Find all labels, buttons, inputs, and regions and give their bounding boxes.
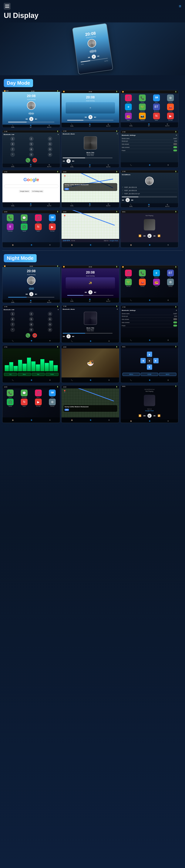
numpad-0[interactable]: 0 bbox=[29, 152, 34, 157]
nav-ctrl-1[interactable]: MENU bbox=[123, 373, 140, 376]
viz-btn-2[interactable]: Bass bbox=[18, 373, 31, 376]
app-telegram[interactable]: ✈ Telegram bbox=[122, 103, 135, 112]
nmp1-prev[interactable]: ⏮ bbox=[25, 293, 28, 296]
nav-ctrl-2[interactable]: HOME bbox=[141, 373, 158, 376]
cp-netflix[interactable]: N Netflix bbox=[32, 223, 45, 232]
n-np-repeat[interactable]: 🔁 bbox=[158, 414, 160, 417]
app-carplay[interactable]: 🚗 CarPlay bbox=[164, 103, 177, 112]
numpad-6[interactable]: 6 bbox=[48, 142, 52, 146]
go-button[interactable]: GO bbox=[64, 188, 69, 190]
n-np-prev[interactable]: ⏮ bbox=[143, 414, 146, 417]
n-numpad-2[interactable]: 2 bbox=[29, 312, 34, 316]
n-dock-dial-2[interactable]: 📞DIAL bbox=[70, 299, 74, 302]
hero-prev-btn[interactable]: ⏮ bbox=[87, 56, 90, 59]
nmp2-play[interactable]: ⏸ bbox=[88, 290, 92, 294]
n-app-carplay[interactable]: 🚗 CarPlay bbox=[136, 279, 149, 287]
viz-btn-1[interactable]: EQ bbox=[4, 373, 17, 376]
mp2-play[interactable]: ⏸ bbox=[88, 115, 92, 119]
viz-btn-3[interactable]: Mid bbox=[32, 373, 45, 376]
dock-dial-6[interactable]: 📞 bbox=[130, 164, 132, 166]
dock-auto-5[interactable]: ⚙AUTO bbox=[106, 164, 110, 167]
google-search-btn[interactable]: Google Search bbox=[19, 190, 30, 193]
n-dock-dial-4[interactable]: 📞 bbox=[12, 340, 14, 342]
n-bt-prev[interactable]: ⏮ bbox=[63, 335, 65, 338]
n-numpad-1[interactable]: 1 bbox=[10, 312, 15, 316]
cp-spotify[interactable]: 🎧 Spotify bbox=[18, 223, 31, 232]
n-dock-auto-1[interactable]: ⚙AUTO bbox=[47, 300, 51, 303]
numpad-9[interactable]: 9 bbox=[48, 147, 52, 152]
arrow-center[interactable]: ● bbox=[147, 358, 152, 363]
np-dock-home[interactable]: 🏠 bbox=[130, 244, 132, 246]
dock-bt-3[interactable]: 🔷BT bbox=[148, 123, 150, 127]
dock-auto-6[interactable]: ⚙ bbox=[167, 164, 169, 166]
np-prev[interactable]: ⏮ bbox=[143, 235, 146, 237]
n-numpad-5[interactable]: 5 bbox=[29, 317, 34, 321]
dock-dial-8[interactable]: 📞DIAL bbox=[70, 203, 74, 207]
n-dock-auto-7[interactable]: ⚙ bbox=[49, 379, 51, 381]
n-numpad-hash[interactable]: # bbox=[48, 328, 52, 332]
cp-dock-settings[interactable]: ⚙ bbox=[49, 244, 51, 246]
n-cp-dock-home[interactable]: 🏠 bbox=[12, 419, 14, 421]
dock-dial-9[interactable]: 📞DIAL bbox=[129, 204, 133, 207]
social-prev[interactable]: ⏮ bbox=[122, 199, 124, 202]
np-next[interactable]: ⏭ bbox=[154, 235, 156, 237]
app-radio[interactable]: 📻 Radio bbox=[122, 113, 135, 121]
dock-bt[interactable]: 🔷BT bbox=[30, 125, 32, 128]
cp-maps-dock-settings[interactable]: ⚙ bbox=[108, 244, 110, 246]
n-np-play[interactable]: ▶ bbox=[148, 414, 152, 418]
n-dock-bt-4[interactable]: 🔷 bbox=[31, 340, 32, 342]
auto-connect-toggle[interactable] bbox=[173, 146, 177, 148]
arrow-down[interactable]: ▼ bbox=[147, 365, 152, 370]
hero-next-btn[interactable]: ⏭ bbox=[97, 55, 100, 58]
dock-bt-7[interactable]: 🔷BT bbox=[30, 203, 32, 207]
n-dock-dial-5[interactable]: 📞 bbox=[71, 340, 73, 342]
n-cp-dock-bt[interactable]: 🔷 bbox=[31, 419, 32, 421]
auto-answer-toggle[interactable] bbox=[173, 143, 177, 145]
mp1-prev[interactable]: ⏮ bbox=[25, 118, 28, 120]
mp2-next[interactable]: ⏭ bbox=[94, 116, 96, 118]
app-netflix[interactable]: N Netflix bbox=[150, 113, 163, 121]
nav-ctrl-3[interactable]: BACK bbox=[159, 373, 176, 376]
numpad-1[interactable]: 1 bbox=[10, 136, 15, 141]
n-dock-auto-9[interactable]: ⚙ bbox=[167, 379, 169, 381]
dock-bt-8[interactable]: 🔷BT bbox=[89, 203, 91, 207]
arrow-right[interactable]: ► bbox=[153, 358, 159, 363]
n-np-shuffle[interactable]: 🔀 bbox=[138, 414, 141, 417]
dock-dial-2[interactable]: 📞DIAL bbox=[70, 123, 74, 127]
social-play[interactable]: ⏸ bbox=[126, 198, 130, 202]
nmp2-prev[interactable]: ⏮ bbox=[85, 291, 87, 293]
app-wechat[interactable]: 💚 WeChat bbox=[136, 103, 149, 112]
n-cp-maps-dock-settings[interactable]: ⚙ bbox=[108, 419, 110, 421]
np-shuffle[interactable]: 🔀 bbox=[138, 235, 141, 237]
n-dock-bt-1[interactable]: 🔷BT bbox=[30, 300, 32, 303]
cp-music[interactable]: 🎵 Music bbox=[32, 214, 45, 223]
n-dock-auto-5[interactable]: ⚙ bbox=[108, 340, 110, 342]
app-music[interactable]: 🎵 Music bbox=[122, 94, 135, 103]
bt-play[interactable]: ⏸ bbox=[67, 159, 71, 163]
dock-auto-2[interactable]: ⚙AUTO bbox=[106, 123, 110, 127]
arrow-up[interactable]: ▲ bbox=[147, 351, 152, 357]
arrow-left[interactable]: ◄ bbox=[140, 358, 146, 363]
np-repeat[interactable]: 🔁 bbox=[158, 235, 160, 237]
end-call-btn[interactable]: 📵 bbox=[32, 158, 37, 162]
app-phone[interactable]: 📞 Phone bbox=[136, 94, 149, 103]
n-dock-auto-8[interactable]: ⚙ bbox=[108, 379, 110, 381]
n-app-music[interactable]: 🎵 Music bbox=[122, 270, 135, 278]
dock-dial[interactable]: 📞DIAL bbox=[11, 125, 15, 128]
cp-messages[interactable]: 💬 Messages bbox=[18, 214, 31, 223]
n-cp-go-btn[interactable]: GO bbox=[64, 409, 69, 411]
numpad-7[interactable]: 7 bbox=[10, 147, 15, 152]
n-np-dock-bt[interactable]: 🔷 bbox=[149, 420, 151, 422]
dock-bt-5[interactable]: 🔷BT bbox=[89, 164, 91, 167]
dock-dial-3[interactable]: 📞DIAL bbox=[129, 123, 133, 127]
n-cp-settings[interactable]: ⚙ Settings bbox=[46, 399, 59, 407]
nmp1-play[interactable]: ⏸ bbox=[29, 292, 33, 296]
np-play[interactable]: ▶ bbox=[148, 234, 152, 238]
google-search-bar[interactable] bbox=[4, 185, 58, 188]
cp-dock-bt[interactable]: 🔷 bbox=[31, 244, 32, 246]
numpad-3[interactable]: 3 bbox=[48, 136, 52, 141]
social-next[interactable]: ⏭ bbox=[131, 199, 133, 202]
n-np-dock-home[interactable]: 🏠 bbox=[130, 420, 132, 422]
n-cp-music[interactable]: 🎵 Music bbox=[32, 390, 45, 398]
cp-maps-dock-home[interactable]: 🏠 bbox=[71, 244, 73, 246]
